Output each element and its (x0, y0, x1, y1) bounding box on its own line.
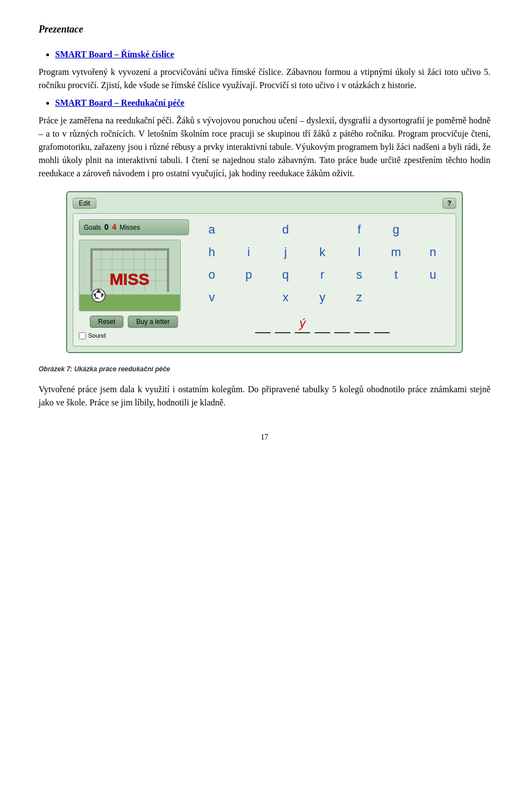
letter-r[interactable]: r (305, 264, 340, 285)
word-letter-y-accent: ý (295, 314, 310, 333)
goals-value: 0 (104, 221, 109, 233)
svg-rect-3 (167, 248, 169, 292)
letter-empty2 (379, 287, 413, 307)
svg-text:MISS: MISS (110, 270, 149, 288)
letter-empty3 (415, 287, 450, 307)
letter-k[interactable]: k (305, 242, 340, 262)
reset-button[interactable]: Reset (90, 316, 123, 328)
figure-btn-row: Reset Buy a letter (79, 316, 189, 328)
closing-paragraph: Vytvořené práce jsem dala k využití i os… (39, 383, 490, 409)
goals-label: Goals (84, 223, 101, 232)
letter-i[interactable]: i (231, 242, 266, 262)
bullet-item-smart-board-reed: SMART Board – Reedukační péče (55, 96, 490, 110)
figure-left-panel: Goals 0 4 Misses (79, 219, 189, 340)
edit-button[interactable]: Edit (73, 198, 96, 209)
letter-z[interactable]: z (342, 287, 376, 307)
svg-rect-2 (90, 248, 93, 292)
goals-bar: Goals 0 4 Misses (79, 219, 189, 235)
smart-board-reed-link[interactable]: SMART Board – Reedukační péče (55, 98, 185, 107)
letter-y[interactable]: y (305, 287, 340, 307)
letter-a[interactable]: a (195, 219, 229, 240)
letter-s[interactable]: s (342, 264, 376, 285)
letter-p[interactable]: p (231, 264, 266, 285)
figure-caption: Obrázek 7: Ukázka práce reedukační péče (39, 364, 490, 374)
letter-g[interactable]: g (379, 219, 413, 240)
letters-grid: a d f g h i j k l m n o p q r s (195, 219, 450, 307)
letter-n[interactable]: n (415, 242, 450, 262)
sound-label: Sound (88, 331, 106, 340)
smart-board-roman-link[interactable]: SMART Board – Římské číslice (55, 50, 174, 59)
word-blank-5 (354, 314, 370, 333)
page-title: Prezentace (39, 22, 490, 37)
figure-right-panel: a d f g h i j k l m n o p q r s (195, 219, 450, 340)
help-button[interactable]: ? (442, 198, 456, 209)
word-blank-2 (275, 314, 290, 333)
letter-w-missing (231, 287, 266, 307)
word-blank-3 (315, 314, 330, 333)
reed-paragraph: Práce je zaměřena na reedukační péči. Žá… (39, 114, 490, 180)
letter-t[interactable]: t (379, 264, 413, 285)
letter-h[interactable]: h (195, 242, 229, 262)
sound-check: Sound (79, 331, 189, 340)
letter-v[interactable]: v (195, 287, 229, 307)
letter-e-missing (305, 219, 340, 240)
buy-letter-button[interactable]: Buy a letter (128, 316, 178, 328)
letter-q[interactable]: q (268, 264, 303, 285)
page-number: 17 (39, 431, 490, 443)
letter-x[interactable]: x (268, 287, 303, 307)
sound-checkbox[interactable] (79, 332, 86, 339)
letter-l[interactable]: l (342, 242, 376, 262)
word-blank-1 (255, 314, 271, 333)
goal-image: MISS (79, 240, 181, 311)
letter-u[interactable]: u (415, 264, 450, 285)
smart-board-roman-paragraph: Program vytvořený k vyvození a procvičov… (39, 66, 490, 92)
bullet-item-smart-board-roman: SMART Board – Římské číslice (55, 48, 490, 61)
letter-d[interactable]: d (268, 219, 303, 240)
letter-o[interactable]: o (195, 264, 229, 285)
letter-f[interactable]: f (342, 219, 376, 240)
figure-container: Edit ? Goals 0 4 Misses (66, 191, 463, 353)
letter-b-missing (231, 219, 266, 240)
svg-rect-4 (90, 248, 169, 251)
word-blank-6 (374, 314, 390, 333)
letter-empty1 (415, 219, 450, 240)
word-display: ý (195, 314, 450, 333)
misses-label: Misses (120, 223, 140, 232)
letter-j[interactable]: j (268, 242, 303, 262)
word-blank-4 (334, 314, 350, 333)
misses-value: 4 (112, 221, 116, 233)
letter-m[interactable]: m (379, 242, 413, 262)
